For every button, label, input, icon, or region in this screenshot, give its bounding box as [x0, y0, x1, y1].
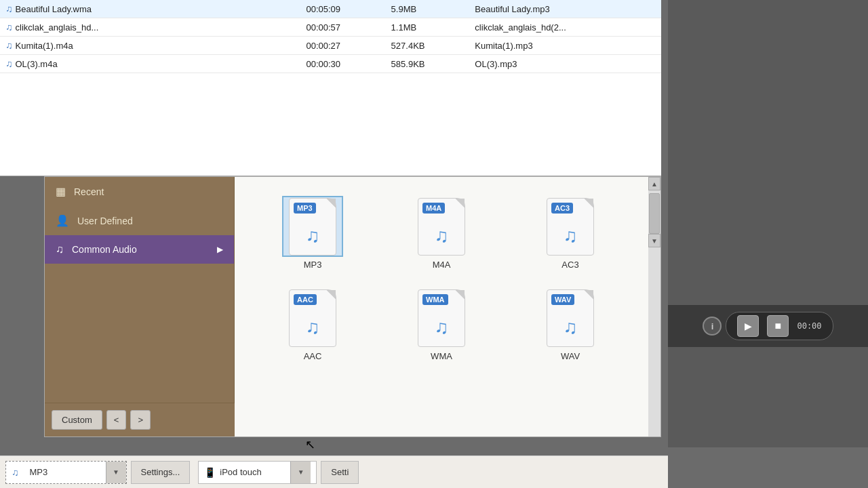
format-label-aac: AAC — [304, 351, 322, 361]
custom-button[interactable]: Custom — [52, 410, 102, 430]
format-icon: ♫ — [6, 467, 24, 478]
file-name-cell: ♫ Beautiful Lady.wma — [0, 0, 300, 18]
format-badge-m4a: M4A — [422, 203, 445, 214]
settings-button-2[interactable]: Setti — [321, 461, 359, 484]
dropdown-scrollbar[interactable]: ▲ ▼ — [648, 177, 660, 436]
sidebar-label-recent: Recent — [74, 186, 104, 197]
file-output: Kumita(1).mp3 — [469, 37, 661, 55]
sidebar-icon-user-defined: 👤 — [56, 214, 69, 227]
file-name: Beautiful Lady.wma — [16, 4, 92, 14]
file-output: OL(3).mp3 — [469, 55, 661, 73]
bottom-bar: ♫ MP3 ▼ Settings... 📱 iPod touch ▼ Setti — [0, 455, 668, 488]
format-music-note-aac: ♫ — [306, 317, 320, 338]
format-badge-mp3: MP3 — [294, 203, 316, 214]
format-file-icon-wma: WMA ♫ — [418, 289, 465, 347]
sidebar-item-recent[interactable]: ▦ Recent — [45, 177, 234, 206]
file-name: Kumita(1).m4a — [16, 41, 73, 51]
format-icon-wrapper-ac3: AC3 ♫ — [540, 196, 601, 257]
file-name-cell: ♫ Kumita(1).m4a — [0, 37, 300, 55]
format-label-m4a: M4A — [433, 260, 451, 270]
table-row[interactable]: ♫ OL(3).m4a 00:00:30 585.9KB OL(3).mp3 — [0, 55, 661, 73]
format-music-note-wav: ♫ — [564, 317, 578, 338]
format-item-ac3[interactable]: AC3 ♫ AC3 — [513, 190, 628, 275]
file-name: OL(3).m4a — [16, 59, 58, 69]
file-name-cell: ♫ OL(3).m4a — [0, 55, 300, 73]
settings-button[interactable]: Settings... — [131, 461, 191, 484]
sidebar-item-common-audio[interactable]: ♫ Common Audio ▶ — [45, 235, 234, 264]
format-item-wav[interactable]: WAV ♫ WAV — [513, 282, 628, 367]
scroll-thumb[interactable] — [649, 193, 660, 234]
format-icon-wrapper-mp3: MP3 ♫ — [282, 196, 343, 257]
table-row[interactable]: ♫ clikclak_anglais_hd... 00:00:57 1.1MB … — [0, 18, 661, 37]
format-icon-wrapper-aac: AAC ♫ — [282, 287, 343, 348]
file-icon: ♫ — [5, 58, 13, 69]
dropdown-sidebar: ▦ Recent 👤 User Defined ♫ Common Audio ▶… — [45, 177, 235, 436]
format-icon-wrapper-wav: WAV ♫ — [540, 287, 601, 348]
scroll-down-button[interactable]: ▼ — [648, 234, 660, 247]
device-text: iPod touch — [220, 467, 288, 477]
file-icon: ♫ — [5, 22, 13, 33]
play-button[interactable]: ▶ — [737, 315, 759, 337]
format-icon-wrapper-m4a: M4A ♫ — [411, 196, 472, 257]
file-duration: 00:00:57 — [300, 18, 385, 37]
format-text: MP3 — [24, 467, 106, 477]
stop-button[interactable]: ■ — [767, 315, 789, 337]
table-row[interactable]: ♫ Kumita(1).m4a 00:00:27 527.4KB Kumita(… — [0, 37, 661, 55]
format-music-note-mp3: ♫ — [306, 225, 320, 247]
file-size: 585.9KB — [386, 55, 470, 73]
time-display: 00:00 — [797, 321, 821, 331]
format-selector[interactable]: ♫ MP3 ▼ — [5, 461, 127, 484]
format-music-note-wma: ♫ — [435, 317, 449, 338]
format-badge-wav: WAV — [551, 294, 574, 305]
format-icon-wrapper-wma: WMA ♫ — [411, 287, 472, 348]
dropdown-panel: ▦ Recent 👤 User Defined ♫ Common Audio ▶… — [44, 176, 661, 437]
table-row[interactable]: ♫ Beautiful Lady.wma 00:05:09 5.9MB Beau… — [0, 0, 661, 18]
file-size: 1.1MB — [386, 18, 470, 37]
sidebar-icon-recent: ▦ — [56, 185, 66, 198]
sidebar-icon-common-audio: ♫ — [56, 243, 64, 256]
format-label-wav: WAV — [561, 351, 580, 361]
sidebar-label-common-audio: Common Audio — [72, 244, 137, 255]
file-list-table: ♫ Beautiful Lady.wma 00:05:09 5.9MB Beau… — [0, 0, 661, 73]
device-icon: 📱 — [204, 467, 216, 478]
transport-pill: ▶ ■ 00:00 — [726, 312, 833, 340]
format-grid: MP3 ♫ MP3 M4A ♫ M4A AC3 ♫ AC3 AAC ♫ — [235, 177, 648, 436]
info-button[interactable]: i — [703, 317, 722, 336]
file-size: 5.9MB — [386, 0, 470, 18]
format-dropdown-button[interactable]: ▼ — [106, 462, 126, 483]
file-output: clikclak_anglais_hd(2... — [469, 18, 661, 37]
format-label-ac3: AC3 — [561, 260, 578, 270]
format-file-icon-aac: AAC ♫ — [289, 289, 336, 347]
sidebar-arrow-common-audio: ▶ — [217, 245, 223, 254]
nav-next-button[interactable]: > — [130, 410, 151, 430]
format-file-icon-wav: WAV ♫ — [547, 289, 594, 347]
format-label-mp3: MP3 — [304, 260, 322, 270]
format-item-mp3[interactable]: MP3 ♫ MP3 — [255, 190, 370, 275]
right-panel — [668, 0, 868, 447]
file-output: Beautiful Lady.mp3 — [469, 0, 661, 18]
format-item-wma[interactable]: WMA ♫ WMA — [384, 282, 499, 367]
format-music-note-ac3: ♫ — [564, 225, 578, 247]
format-badge-ac3: AC3 — [551, 203, 573, 214]
sidebar-item-user-defined[interactable]: 👤 User Defined — [45, 206, 234, 235]
device-selector[interactable]: 📱 iPod touch ▼ — [198, 461, 317, 484]
format-music-note-m4a: ♫ — [435, 225, 449, 247]
format-badge-aac: AAC — [294, 294, 317, 305]
transport-area: i ▶ ■ 00:00 — [668, 305, 868, 347]
file-duration: 00:05:09 — [300, 0, 385, 18]
format-item-m4a[interactable]: M4A ♫ M4A — [384, 190, 499, 275]
sidebar-label-user-defined: User Defined — [77, 216, 133, 226]
sidebar-bottom: Custom < > — [45, 403, 235, 436]
file-size: 527.4KB — [386, 37, 470, 55]
format-label-wma: WMA — [431, 351, 452, 361]
scroll-up-button[interactable]: ▲ — [648, 177, 660, 190]
file-duration: 00:00:30 — [300, 55, 385, 73]
format-badge-wma: WMA — [422, 294, 448, 305]
file-icon: ♫ — [5, 3, 13, 14]
file-list-area: ♫ Beautiful Lady.wma 00:05:09 5.9MB Beau… — [0, 0, 661, 176]
nav-prev-button[interactable]: < — [106, 410, 127, 430]
file-icon: ♫ — [5, 40, 13, 51]
format-item-aac[interactable]: AAC ♫ AAC — [255, 282, 370, 367]
device-dropdown-button[interactable]: ▼ — [290, 462, 311, 483]
file-name: clikclak_anglais_hd... — [16, 22, 99, 33]
